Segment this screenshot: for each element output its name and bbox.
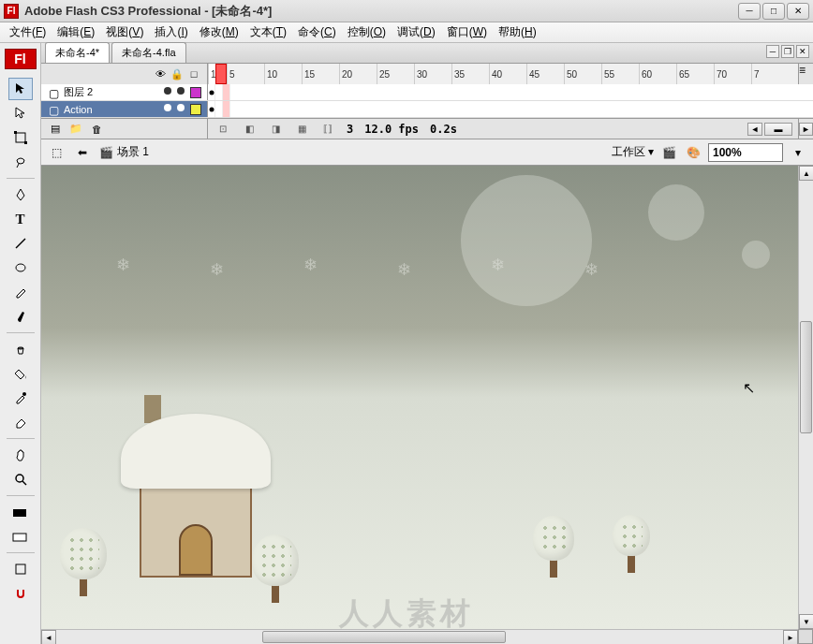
options-tool[interactable] [8, 558, 33, 580]
timeline-menu[interactable]: ≡ [798, 64, 813, 84]
menu-d[interactable]: 调试(D) [392, 22, 441, 43]
onion-markers-button[interactable]: ⟦⟧ [320, 123, 335, 136]
menu-h[interactable]: 帮助(H) [493, 22, 542, 43]
outline-icon[interactable]: □ [188, 68, 200, 80]
doc-minimize[interactable]: ─ [766, 45, 779, 58]
selection-tool[interactable] [8, 78, 33, 100]
menu-i[interactable]: 插入(I) [149, 22, 193, 43]
menu-v[interactable]: 视图(V) [100, 22, 149, 43]
frame-number[interactable]: 10 [264, 64, 302, 84]
edit-multiple-button[interactable]: ▦ [294, 123, 309, 136]
document-tab[interactable]: 未命名-4* [45, 42, 110, 63]
close-button[interactable]: ✕ [787, 3, 809, 20]
scroll-right-button[interactable]: ► [783, 630, 798, 644]
maximize-button[interactable]: □ [762, 3, 785, 20]
menu-f[interactable]: 文件(F) [4, 22, 52, 43]
zoom-tool[interactable] [8, 468, 33, 490]
frame-number[interactable]: 35 [451, 64, 489, 84]
lock-icon[interactable]: 🔒 [171, 68, 183, 80]
document-tab[interactable]: 未命名-4.fla [111, 42, 185, 63]
frame-number[interactable]: 25 [377, 64, 414, 84]
snap-tool[interactable] [8, 582, 33, 605]
symbol-button[interactable]: 🎨 [684, 144, 702, 161]
zoom-dropdown[interactable]: ▾ [789, 144, 807, 161]
doc-maximize[interactable]: ❐ [781, 45, 794, 58]
menu-o[interactable]: 控制(O) [342, 22, 392, 43]
pencil-tool[interactable] [8, 281, 33, 303]
frame-number[interactable]: 15 [302, 64, 339, 84]
scroll-left-button[interactable]: ◄ [41, 630, 56, 644]
layer-frames[interactable] [208, 84, 813, 100]
scroll-track-v[interactable] [799, 181, 813, 614]
visibility-dot[interactable] [164, 87, 171, 95]
free-transform-tool[interactable] [8, 126, 33, 149]
frame-cell[interactable] [223, 84, 230, 100]
frame-cell[interactable] [223, 101, 230, 117]
lock-dot[interactable] [177, 87, 185, 95]
stage-canvas[interactable] [41, 166, 798, 629]
frame-cell[interactable] [215, 101, 223, 117]
stroke-color[interactable] [8, 501, 33, 523]
keyframe[interactable] [208, 101, 215, 117]
subselection-tool[interactable] [8, 102, 33, 124]
frame-cell[interactable] [215, 84, 223, 100]
frames-ruler[interactable]: 15101520253035404550556065707 [208, 64, 798, 84]
ink-bottle-tool[interactable] [8, 338, 33, 360]
vertical-scrollbar[interactable]: ▲ ▼ [798, 166, 813, 629]
new-layer-button[interactable]: ▤ [47, 122, 64, 137]
hand-tool[interactable] [8, 444, 33, 466]
menu-c[interactable]: 命令(C) [292, 22, 342, 43]
lock-dot[interactable] [177, 104, 185, 111]
frame-number[interactable]: 20 [339, 64, 377, 84]
center-frame-button[interactable]: ⊡ [215, 123, 230, 136]
scroll-track[interactable]: ▬ [764, 123, 792, 136]
new-folder-button[interactable]: 📁 [67, 122, 84, 137]
workspace-dropdown[interactable]: 工作区 ▾ [612, 144, 654, 160]
frame-number[interactable]: 40 [489, 64, 526, 84]
pen-tool[interactable] [8, 183, 33, 206]
layer-color[interactable] [190, 87, 201, 98]
doc-close[interactable]: ✕ [796, 45, 809, 58]
visibility-dot[interactable] [164, 104, 171, 111]
back-button[interactable]: ⬅ [73, 144, 92, 161]
frame-number[interactable]: 5 [227, 64, 264, 84]
onion-skin-button[interactable]: ◧ [242, 123, 257, 136]
rectangle-tool[interactable] [8, 256, 33, 279]
visibility-icon[interactable]: 👁 [155, 68, 166, 80]
lasso-tool[interactable] [8, 151, 33, 173]
minimize-button[interactable]: ─ [738, 3, 761, 20]
eraser-tool[interactable] [8, 411, 33, 433]
line-tool[interactable] [8, 232, 33, 255]
onion-outline-button[interactable]: ◨ [268, 123, 283, 136]
scroll-down-button[interactable]: ▼ [799, 614, 813, 629]
scene-label[interactable]: 🎬 场景 1 [99, 144, 149, 160]
layer-frames[interactable] [208, 101, 813, 117]
menu-m[interactable]: 修改(M) [194, 22, 244, 43]
layer-color[interactable] [190, 104, 201, 115]
brush-tool[interactable] [8, 305, 33, 328]
frame-number[interactable]: 7 [751, 64, 789, 84]
menu-e[interactable]: 编辑(E) [52, 22, 100, 43]
menu-w[interactable]: 窗口(W) [441, 22, 493, 43]
scroll-up-button[interactable]: ▲ [799, 166, 813, 181]
frame-number[interactable]: 50 [564, 64, 601, 84]
eyedropper-tool[interactable] [8, 387, 33, 409]
scroll-right[interactable]: ► [799, 123, 813, 136]
edit-symbol-button[interactable]: 🎬 [659, 144, 678, 161]
paint-bucket-tool[interactable] [8, 362, 33, 385]
edit-scene-button[interactable]: ⬚ [47, 144, 66, 161]
scroll-track-h[interactable] [56, 630, 783, 644]
zoom-select[interactable] [708, 143, 783, 162]
frame-number[interactable]: 45 [526, 64, 564, 84]
text-tool[interactable]: T [8, 208, 33, 230]
frame-number[interactable]: 65 [676, 64, 714, 84]
layer-info[interactable]: ▢Action [41, 101, 208, 117]
delete-layer-button[interactable]: 🗑 [88, 122, 105, 137]
frame-number[interactable]: 30 [414, 64, 451, 84]
scroll-thumb-h[interactable] [262, 631, 506, 643]
frame-number[interactable]: 55 [601, 64, 639, 84]
scroll-thumb-v[interactable] [800, 321, 812, 433]
layer-info[interactable]: ▢图层 2 [41, 84, 208, 100]
layer-row[interactable]: ▢Action [41, 101, 813, 118]
keyframe[interactable] [208, 84, 215, 100]
